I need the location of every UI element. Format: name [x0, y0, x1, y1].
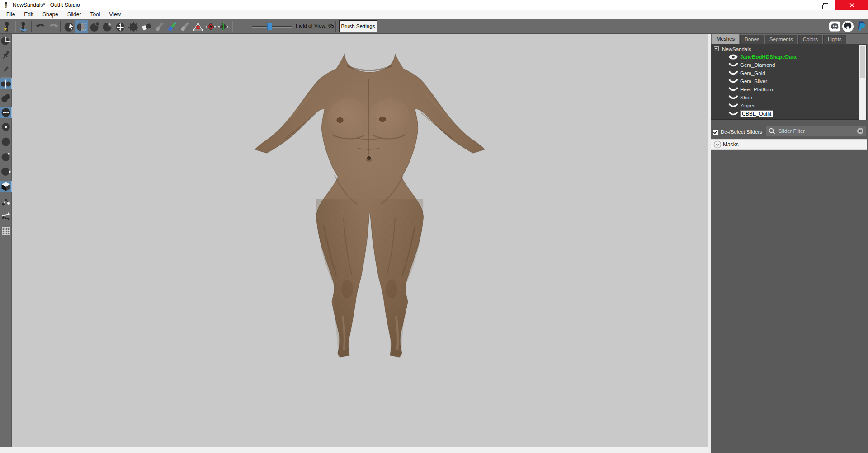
move-brush-button[interactable]	[114, 20, 126, 33]
tree-item-gem-gold[interactable]: Gem_Gold	[728, 69, 765, 77]
field-of-view-value: 65	[328, 23, 334, 28]
color-brush-button[interactable]	[166, 20, 178, 33]
inflate-brush-button[interactable]	[89, 20, 101, 33]
menu-view[interactable]: View	[104, 10, 125, 19]
tab-lights[interactable]: Lights	[823, 35, 846, 44]
eye-closed-icon	[728, 111, 738, 117]
redo-button[interactable]	[47, 20, 59, 33]
tree-item-zipper[interactable]: Zipper	[728, 102, 755, 109]
tree-collapse-icon[interactable]	[714, 46, 719, 51]
toolbar-separator	[335, 21, 336, 32]
color-brush-icon	[166, 21, 178, 33]
toolbar-separator	[60, 21, 61, 32]
tab-colors[interactable]: Colors	[798, 35, 822, 44]
panel-tabs: Meshes Bones Segments Colors Lights	[711, 34, 868, 44]
discord-link[interactable]	[829, 20, 841, 33]
eraser-icon	[141, 21, 152, 33]
sphere-center-dot-button[interactable]	[0, 121, 11, 132]
title-bar: NewSandals* - Outfit Studio	[0, 0, 868, 10]
close-icon	[849, 3, 854, 8]
field-of-view-slider[interactable]	[252, 20, 292, 33]
tree-item-rename-input[interactable]: CBBE_Outfit	[740, 110, 773, 117]
sphere-top-dot-button[interactable]	[0, 151, 11, 162]
show-nodes-toggle[interactable]	[0, 196, 11, 207]
toolbar-separator	[15, 21, 16, 32]
tree-item-heel-plattform[interactable]: Heel_Plattform	[728, 85, 774, 93]
menu-slider[interactable]: Slider	[63, 10, 86, 19]
tree-item-gem-silver[interactable]: Gem_Silver	[728, 77, 767, 85]
slider-filter-input[interactable]	[778, 128, 857, 134]
eye-closed-icon	[728, 95, 738, 100]
body-mesh	[12, 34, 708, 447]
weight-brush-button-disabled[interactable]	[153, 20, 165, 33]
mask-brush-button[interactable]	[75, 20, 88, 33]
deselect-sliders-row: De-/Select Sliders	[712, 126, 762, 138]
eye-closed-icon	[728, 79, 738, 84]
show-grid-toggle[interactable]	[0, 225, 11, 236]
tree-item-label: Zipper	[740, 103, 755, 108]
search-icon	[769, 128, 775, 135]
menu-edit[interactable]: Edit	[19, 10, 38, 19]
toolbar-separator	[232, 21, 233, 32]
three-dots-sphere-icon	[0, 107, 11, 118]
sphere-center-dot-icon	[0, 121, 11, 132]
x-mirror-toggle[interactable]	[0, 78, 11, 89]
alpha-brush-button-disabled[interactable]	[179, 20, 191, 33]
show-vertices-toggle[interactable]	[0, 107, 11, 118]
tree-scrollbar-thumb[interactable]	[860, 46, 865, 78]
close-button[interactable]	[835, 0, 868, 10]
paypal-link[interactable]	[855, 20, 868, 33]
side-toolbar-separator	[1, 77, 11, 78]
split-edge-button[interactable]	[217, 20, 229, 33]
show-bones-toggle[interactable]	[0, 211, 11, 222]
masks-section-header[interactable]: Masks	[711, 139, 867, 150]
panel-splitter[interactable]	[708, 34, 711, 453]
tree-item-cbbe-outfit[interactable]: CBBE_Outfit	[728, 110, 773, 117]
sphere-plain-button[interactable]	[0, 136, 11, 147]
undo-button[interactable]	[34, 20, 47, 33]
vertex-graph-icon	[0, 196, 11, 207]
tree-scrollbar[interactable]	[859, 45, 866, 120]
connected-circles-icon	[0, 93, 11, 103]
alpha-brush-icon	[179, 21, 191, 33]
smooth-brush-button[interactable]	[127, 20, 139, 33]
tab-meshes[interactable]: Meshes	[712, 34, 739, 44]
mask-brush-icon	[76, 21, 88, 33]
brush-settings-button[interactable]: Brush Settings	[339, 20, 377, 32]
vertex-pen-button[interactable]	[0, 64, 11, 75]
restore-button[interactable]	[815, 0, 835, 10]
clear-filter-icon[interactable]	[857, 127, 864, 135]
tree-item-gem-diamond[interactable]: Gem_Diamond	[728, 61, 775, 69]
select-tool-button[interactable]	[63, 20, 75, 33]
deselect-sliders-checkbox[interactable]	[712, 129, 718, 135]
github-link[interactable]	[842, 20, 854, 33]
deflate-brush-button[interactable]	[101, 20, 113, 33]
pin-tool-button[interactable]	[0, 50, 11, 61]
minimize-button[interactable]	[794, 0, 815, 10]
transform-tool-button[interactable]	[0, 35, 11, 46]
collapse-vertex-button[interactable]	[192, 20, 204, 33]
outfit-studio-window: NewSandals* - Outfit Studio File Edit Sh…	[0, 0, 868, 453]
menu-tool[interactable]: Tool	[85, 10, 104, 19]
tree-item-shoe[interactable]: Shoe	[728, 93, 752, 101]
load-reference-button[interactable]	[18, 20, 30, 33]
viewport-3d[interactable]	[12, 34, 708, 447]
connected-only-toggle[interactable]	[0, 93, 11, 103]
collapse-vertex-icon	[192, 21, 204, 33]
menu-shape[interactable]: Shape	[38, 10, 63, 19]
slider-thumb[interactable]	[267, 23, 272, 30]
load-project-button[interactable]	[1, 20, 14, 33]
flip-edge-button[interactable]	[204, 20, 217, 33]
inflate-brush-icon	[89, 21, 101, 33]
tab-segments[interactable]: Segments	[765, 35, 797, 44]
tree-item-janebod[interactable]: JaneBodHDShapeData	[728, 53, 797, 61]
undo-icon	[35, 21, 47, 33]
menu-file[interactable]: File	[2, 10, 19, 19]
slider-track	[252, 26, 292, 28]
perspective-toggle[interactable]	[0, 181, 11, 192]
undiff-brush-button[interactable]	[140, 20, 152, 33]
tab-bones[interactable]: Bones	[740, 35, 764, 44]
tree-root[interactable]: NewSandals	[722, 45, 751, 53]
sphere-right-dot-button[interactable]	[0, 166, 11, 177]
window-title: NewSandals* - Outfit Studio	[13, 2, 80, 8]
